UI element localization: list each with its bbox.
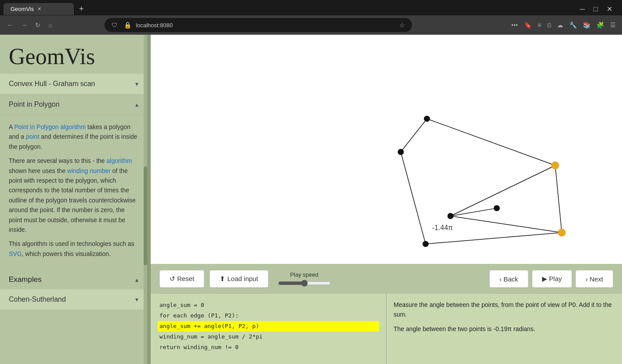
svg-line-4 xyxy=(427,119,555,165)
svg-point-10 xyxy=(448,213,454,219)
refresh-button[interactable]: ↻ xyxy=(33,20,43,30)
tools-icon[interactable]: 🔧 xyxy=(568,20,579,30)
sidebar-scrollbar-thumb[interactable] xyxy=(144,166,147,265)
svg-line-3 xyxy=(555,166,562,233)
canvas-area[interactable]: -1.44π xyxy=(151,35,622,264)
chevron-up-icon: ▴ xyxy=(135,101,138,108)
active-tab[interactable]: GeomVis ✕ xyxy=(4,3,74,15)
code-line-1: angle_sum = 0 xyxy=(158,300,379,310)
window-controls: ─ □ ✕ xyxy=(577,4,618,14)
svg-line-2 xyxy=(426,233,562,244)
shield-icon: 🛡 xyxy=(110,20,119,30)
reader-icon[interactable]: ≡ xyxy=(536,20,543,30)
sidebar: GeomVis Convex Hull - Graham scan ▾ Poin… xyxy=(0,35,147,364)
maximize-button[interactable]: □ xyxy=(591,4,600,14)
play-speed-section: Play speed xyxy=(278,271,331,287)
more-icon[interactable]: ••• xyxy=(510,20,520,30)
app-logo: GeomVis xyxy=(0,35,147,74)
bottom-section: angle_sum = 0 for each edge (P1, P2): an… xyxy=(151,294,622,364)
svg-line-0 xyxy=(401,119,427,152)
code-line-5: return winding_num != 0 xyxy=(158,342,379,353)
speed-slider[interactable] xyxy=(278,280,331,287)
sidebar-item-point-in-polygon-label: Point in Polygon xyxy=(9,101,60,108)
sync-icon[interactable]: ☁ xyxy=(555,20,565,30)
minimize-button[interactable]: ─ xyxy=(577,4,587,14)
history-icon[interactable]: 📚 xyxy=(581,20,592,30)
play-button[interactable]: ▶ Play xyxy=(532,270,572,288)
sidebar-item-cohen-sutherland[interactable]: Cohen-Sutherland ▾ xyxy=(0,289,147,310)
svg-point-14 xyxy=(558,229,566,237)
lock-icon: 🔒 xyxy=(122,20,133,30)
angle-label: -1.44π xyxy=(432,224,453,231)
address-bar-wrapper: 🛡 🔒 ☆ xyxy=(105,18,412,32)
home-button[interactable]: ⌂ xyxy=(46,20,54,30)
sidebar-item-convex-hull-label: Convex Hull - Graham scan xyxy=(9,80,95,88)
info-panel: Measure the angle between the points, fr… xyxy=(387,294,622,364)
description-para-1: A Point in Polygon algorithm takes a pol… xyxy=(9,122,138,151)
visualization-canvas: -1.44π xyxy=(151,35,622,264)
tab-bar: GeomVis ✕ + ─ □ ✕ xyxy=(0,0,622,15)
code-panel: angle_sum = 0 for each edge (P1, P2): an… xyxy=(151,294,387,364)
main-content: -1.44π ↺ Reset ⬆ Load input Play speed ‹… xyxy=(151,35,622,364)
svg-line-6 xyxy=(451,216,562,233)
examples-chevron-icon: ▴ xyxy=(135,276,138,283)
bookmark-icon[interactable]: 🔖 xyxy=(522,20,533,30)
back-button[interactable]: ‹ Back xyxy=(489,270,528,288)
scroll-divider[interactable] xyxy=(147,35,151,364)
nav-buttons: ‹ Back ▶ Play › Next xyxy=(489,270,613,288)
next-button[interactable]: › Next xyxy=(575,270,613,288)
menu-icon[interactable]: ☰ xyxy=(608,20,618,30)
code-line-2: for each edge (P1, P2): xyxy=(158,310,379,321)
load-input-button[interactable]: ⬆ Load input xyxy=(210,270,268,288)
examples-label: Examples xyxy=(9,275,42,284)
star-icon[interactable]: ☆ xyxy=(398,20,407,30)
svg-line-1 xyxy=(401,152,426,244)
sidebar-item-convex-hull[interactable]: Convex Hull - Graham scan ▾ xyxy=(0,74,147,94)
description-section: A Point in Polygon algorithm takes a pol… xyxy=(0,115,147,270)
description-para-2: There are several ways to this - the alg… xyxy=(9,156,138,234)
cohen-chevron-icon: ▾ xyxy=(135,296,138,303)
svg-point-11 xyxy=(494,205,500,211)
extensions-icon[interactable]: 🧩 xyxy=(595,20,606,30)
app-container: GeomVis Convex Hull - Graham scan ▾ Poin… xyxy=(0,35,622,364)
svg-line-5 xyxy=(451,166,555,216)
chevron-down-icon: ▾ xyxy=(135,80,138,87)
code-line-4: winding_num = angle_sum / 2*pi xyxy=(158,332,379,342)
svg-point-9 xyxy=(398,149,404,155)
info-text-2: The angle between the two points is -0.1… xyxy=(394,324,615,334)
play-speed-label: Play speed xyxy=(290,271,318,278)
new-tab-button[interactable]: + xyxy=(76,3,87,15)
svg-line-7 xyxy=(451,208,497,216)
description-para-3: This algorithm is used in technologies s… xyxy=(9,239,138,259)
forward-nav-button[interactable]: → xyxy=(18,20,30,30)
svg-point-8 xyxy=(424,115,430,122)
code-line-3-highlighted: angle_sum += angle(P1, P2, p) xyxy=(158,321,379,332)
sidebar-item-cohen-sutherland-label: Cohen-Sutherland xyxy=(9,296,66,303)
sidebar-scroll: Convex Hull - Graham scan ▾ Point in Pol… xyxy=(0,74,147,364)
sidebar-scrollbar-track xyxy=(144,35,147,364)
svg-point-12 xyxy=(423,241,429,247)
tab-close-button[interactable]: ✕ xyxy=(37,6,41,12)
tab-label: GeomVis xyxy=(11,6,34,12)
sidebar-item-point-in-polygon[interactable]: Point in Polygon ▴ xyxy=(0,94,147,115)
controls-bar: ↺ Reset ⬆ Load input Play speed ‹ Back ▶… xyxy=(151,264,622,294)
toolbar-icons: ••• 🔖 ≡ ⎙ ☁ 🔧 📚 🧩 ☰ xyxy=(510,20,618,30)
toolbar: ← → ↻ ⌂ 🛡 🔒 ☆ ••• 🔖 ≡ ⎙ ☁ 🔧 📚 🧩 ☰ xyxy=(0,15,622,35)
examples-section-header[interactable]: Examples ▴ xyxy=(0,270,147,289)
info-text-1: Measure the angle between the points, fr… xyxy=(394,300,615,320)
sidebar-icon[interactable]: ⎙ xyxy=(546,20,553,30)
address-bar[interactable] xyxy=(136,22,395,29)
back-nav-button[interactable]: ← xyxy=(4,20,16,30)
browser-chrome: GeomVis ✕ + ─ □ ✕ ← → ↻ ⌂ 🛡 🔒 ☆ ••• 🔖 ≡ … xyxy=(0,0,622,35)
svg-point-13 xyxy=(551,162,559,169)
reset-button[interactable]: ↺ Reset xyxy=(159,270,204,288)
close-button[interactable]: ✕ xyxy=(604,4,615,14)
